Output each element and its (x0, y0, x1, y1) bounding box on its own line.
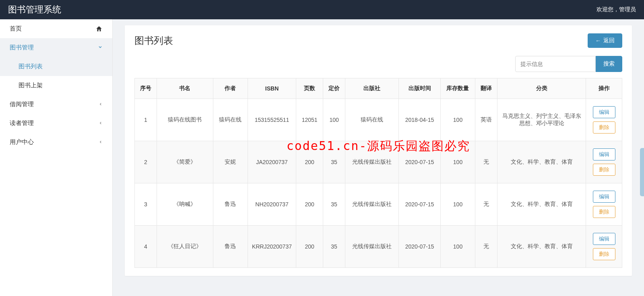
table-cell-pubdate: 2018-04-15 (399, 99, 441, 141)
table-cell-pages: 200 (296, 141, 323, 183)
table-cell-translate: 无 (475, 141, 497, 183)
table-cell-publisher: 猿码在线 (345, 99, 398, 141)
table-row: 3《呐喊》鲁迅NH2020073720035光线传媒出版社2020-07-151… (135, 183, 622, 226)
sidebar-item-label: 用户中心 (10, 138, 34, 146)
table-row: 4《狂人日记》鲁迅KRRJ2020073720035光线传媒出版社2020-07… (135, 226, 622, 268)
table-cell-author: 鲁迅 (213, 183, 248, 226)
table-row: 1猿码在线图书猿码在线1531552551112051100猿码在线2018-0… (135, 99, 622, 141)
table-header: 出版时间 (399, 78, 441, 99)
table-cell-idx: 3 (135, 183, 157, 226)
sidebar-subitem-book-list[interactable]: 图书列表 (0, 57, 112, 76)
card: code51.cn-源码乐园盗图必究 图书列表 ← 返回 搜索 序号书名作者IS… (125, 25, 632, 276)
table-cell-pubdate: 2020-07-15 (399, 183, 441, 226)
table-cell-ops: 编辑删除 (586, 183, 622, 226)
search-bar: 搜索 (134, 56, 622, 72)
table-cell-author: 鲁迅 (213, 226, 248, 268)
table-cell-stock: 100 (440, 226, 475, 268)
table-cell-idx: 4 (135, 226, 157, 268)
table-cell-publisher: 光线传媒出版社 (345, 226, 398, 268)
sidebar-item-label: 读者管理 (10, 119, 34, 127)
table-cell-category: 马克思主义、列宁主义、毛泽东思想、邓小平理论 (497, 99, 586, 141)
table-header: 页数 (296, 78, 323, 99)
table-cell-price: 35 (323, 226, 345, 268)
table-cell-author: 安妮 (213, 141, 248, 183)
table-cell-pubdate: 2020-07-15 (399, 141, 441, 183)
arrow-left-icon: ← (595, 37, 601, 44)
sidebar-item-label: 借阅管理 (10, 101, 34, 108)
chevron-down-icon (98, 45, 103, 51)
table-cell-ops: 编辑删除 (586, 99, 622, 141)
delete-button[interactable]: 删除 (593, 248, 615, 260)
delete-button[interactable]: 删除 (593, 121, 615, 134)
sidebar-item-reader-mgmt[interactable]: 读者管理 (0, 114, 112, 133)
back-button-label: 返回 (603, 37, 615, 44)
table-cell-publisher: 光线传媒出版社 (345, 141, 398, 183)
table-cell-translate: 无 (475, 226, 497, 268)
table-cell-publisher: 光线传媒出版社 (345, 183, 398, 226)
page-title: 图书列表 (134, 34, 173, 47)
table-cell-category: 文化、科学、教育、体育 (497, 226, 586, 268)
table-row: 2《简爱》安妮JA2020073720035光线传媒出版社2020-07-151… (135, 141, 622, 183)
edit-button[interactable]: 编辑 (593, 148, 615, 160)
table-header: 序号 (135, 78, 157, 99)
navbar: 图书管理系统 欢迎您，管理员 (0, 0, 644, 19)
table-cell-pages: 200 (296, 226, 323, 268)
table-cell-idx: 2 (135, 141, 157, 183)
table-header: ISBN (248, 78, 296, 99)
table-header: 分类 (497, 78, 586, 99)
table-cell-price: 35 (323, 183, 345, 226)
app-brand: 图书管理系统 (8, 4, 61, 16)
content-area: code51.cn-源码乐园盗图必究 图书列表 ← 返回 搜索 序号书名作者IS… (113, 19, 644, 296)
table-header: 作者 (213, 78, 248, 99)
edit-button[interactable]: 编辑 (593, 191, 615, 203)
table-cell-price: 100 (323, 99, 345, 141)
sidebar-item-home[interactable]: 首页 (0, 19, 112, 38)
table-cell-title: 猿码在线图书 (157, 99, 213, 141)
sidebar-item-label: 图书上架 (19, 82, 43, 88)
sidebar-item-book-mgmt[interactable]: 图书管理 (0, 38, 112, 57)
table-header: 定价 (323, 78, 345, 99)
table-header: 书名 (157, 78, 213, 99)
table-cell-ops: 编辑删除 (586, 141, 622, 183)
table-cell-stock: 100 (440, 183, 475, 226)
edit-button[interactable]: 编辑 (593, 106, 615, 118)
table-header: 翻译 (475, 78, 497, 99)
sidebar-subitem-book-add[interactable]: 图书上架 (0, 76, 112, 95)
edit-button[interactable]: 编辑 (593, 233, 615, 245)
chevron-left-icon (99, 140, 103, 145)
table-cell-title: 《简爱》 (157, 141, 213, 183)
table-cell-title: 《狂人日记》 (157, 226, 213, 268)
table-cell-isbn: JA20200737 (248, 141, 296, 183)
search-input[interactable] (515, 56, 596, 72)
table-cell-stock: 100 (440, 99, 475, 141)
back-button[interactable]: ← 返回 (588, 33, 622, 48)
delete-button[interactable]: 删除 (593, 206, 615, 218)
table-cell-pages: 200 (296, 183, 323, 226)
table-cell-pages: 12051 (296, 99, 323, 141)
home-icon (95, 25, 103, 33)
scrollbar-hint[interactable] (640, 148, 644, 196)
table-cell-ops: 编辑删除 (586, 226, 622, 268)
delete-button[interactable]: 删除 (593, 164, 615, 176)
table-cell-isbn: 15315525511 (248, 99, 296, 141)
sidebar-item-label: 图书管理 (10, 44, 34, 51)
sidebar-item-borrow-mgmt[interactable]: 借阅管理 (0, 95, 112, 114)
search-button[interactable]: 搜索 (596, 56, 622, 72)
table-cell-translate: 无 (475, 183, 497, 226)
table-cell-isbn: NH20200737 (248, 183, 296, 226)
sidebar-item-label: 首页 (10, 25, 22, 33)
table-cell-translate: 英语 (475, 99, 497, 141)
table-cell-category: 文化、科学、教育、体育 (497, 141, 586, 183)
book-table: 序号书名作者ISBN页数定价出版社出版时间库存数量翻译分类操作 1猿码在线图书猿… (134, 78, 622, 268)
table-cell-pubdate: 2020-07-15 (399, 226, 441, 268)
table-cell-author: 猿码在线 (213, 99, 248, 141)
table-cell-category: 文化、科学、教育、体育 (497, 183, 586, 226)
sidebar-item-user-center[interactable]: 用户中心 (0, 133, 112, 152)
chevron-left-icon (99, 102, 103, 107)
table-header: 库存数量 (440, 78, 475, 99)
table-header: 操作 (586, 78, 622, 99)
sidebar: 首页 图书管理 图书列表 图书上架 借阅管理 读者管理 (0, 19, 113, 296)
sidebar-item-label: 图书列表 (19, 63, 43, 70)
table-cell-isbn: KRRJ20200737 (248, 226, 296, 268)
welcome-text: 欢迎您，管理员 (597, 6, 636, 13)
